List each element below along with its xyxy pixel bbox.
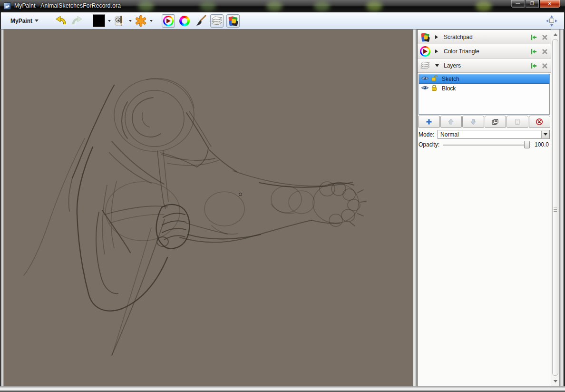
window-frame-right [559,29,565,386]
slider-track [443,145,530,146]
layers-icon [211,15,223,27]
panel-label: Color Triangle [444,48,479,55]
current-color-swatch [93,14,105,27]
mode-label: Mode: [419,131,438,138]
color-ring-icon [179,16,190,26]
opacity-label: Opacity: [419,141,443,148]
brush-settings-button[interactable] [134,14,147,28]
brush-selector-button[interactable] [113,14,127,28]
layer-row-sketch[interactable]: Sketch [419,74,549,84]
redo-button-disabled[interactable] [70,14,84,28]
scratchpad-icon [420,32,430,42]
panel-label: Layers [444,62,461,69]
color-dropdown[interactable] [107,14,112,28]
add-layer-button[interactable] [418,116,440,128]
move-layer-up-button-disabled[interactable] [440,116,462,128]
close-panel-icon[interactable] [541,48,549,56]
layer-actions-toolbar [418,116,550,128]
mode-value: Normal [440,131,459,138]
scroll-down-icon[interactable] [552,378,558,384]
menu-label: MyPaint [10,18,32,24]
color-triangle-toggle[interactable] [162,14,175,28]
undo-icon [55,15,67,27]
panel-header-layers[interactable]: Layers [418,59,551,73]
layers-toggle[interactable] [210,14,224,28]
chevron-down-icon [35,20,39,22]
toolbar-drag-handle[interactable] [546,15,557,27]
scrollbar-thumb[interactable] [552,39,558,376]
color-swatch-button[interactable] [92,14,106,28]
delete-icon [536,118,543,126]
expander-expanded-icon[interactable] [435,64,440,67]
scroll-up-icon[interactable] [552,31,558,38]
snap-out-icon[interactable] [530,48,538,56]
expander-collapsed-icon[interactable] [435,35,440,39]
paintbrush-icon [195,15,207,27]
layer-row-block[interactable]: Block [419,84,549,93]
panel-label: Scratchpad [444,34,473,40]
mypaint-menu-button[interactable]: MyPaint [7,16,42,26]
brush-dropdown[interactable] [128,14,133,28]
mode-select[interactable]: Normal [438,130,550,139]
color-wheel-triangle-icon [163,16,174,26]
layer-name: Block [442,85,456,92]
brush-cursor [239,193,242,196]
page-icon [514,118,521,125]
window-title: MyPaint - AnimalSketchesForRecord.ora [14,2,121,9]
app-icon [4,2,11,10]
snap-out-icon[interactable] [530,62,538,70]
mypaint-window: MyPaint - AnimalSketchesForRecord.ora — … [0,0,565,392]
visibility-eye-icon[interactable] [421,85,429,92]
blend-mode-row: Mode: Normal [419,129,550,139]
scratchpad-toggle[interactable] [226,14,240,28]
arrow-down-icon [470,118,477,125]
chevron-down-icon[interactable] [541,131,549,138]
slider-thumb[interactable] [524,141,530,148]
layer-list: Sketch Block [419,74,550,115]
close-button[interactable]: ✕ [539,0,560,8]
close-panel-icon[interactable] [541,62,549,70]
delete-layer-button[interactable] [529,116,551,128]
layer-name: Sketch [442,76,459,82]
close-panel-icon[interactable] [541,33,549,41]
redo-icon [71,15,83,27]
color-ring-toggle[interactable] [178,14,191,28]
brush-settings-dropdown[interactable] [149,14,154,28]
duplicate-icon [491,118,499,126]
arrow-up-icon [448,118,454,125]
main-toolbar: MyPaint [0,12,565,29]
unlocked-padlock-icon[interactable] [431,75,438,83]
minimize-button[interactable]: — [511,0,525,8]
undo-button[interactable] [54,14,68,28]
visibility-eye-icon[interactable] [421,75,429,83]
dock-scrollbar[interactable] [551,29,559,386]
window-frame-left [0,29,4,386]
canvas-dock-divider[interactable] [413,29,418,386]
titlebar[interactable]: MyPaint - AnimalSketchesForRecord.ora — … [0,0,565,12]
scrollbar-grip [554,207,557,212]
panel-header-scratchpad[interactable]: Scratchpad [418,30,551,44]
opacity-row: Opacity: 100.0 [419,140,550,149]
opacity-slider[interactable] [443,141,530,148]
duplicate-layer-button[interactable] [485,116,507,128]
layers-panel-icon [420,60,430,71]
pencil-brush-icon [114,15,126,27]
snap-out-icon[interactable] [530,33,538,41]
window-frame-bottom [0,386,565,392]
dock-panel: Scratchpad Color Tri [418,29,551,386]
sketch-svg [4,29,413,386]
paintbrush-tool-button[interactable] [194,14,207,28]
expander-collapsed-icon[interactable] [435,49,440,53]
drawing-canvas[interactable] [4,29,413,386]
opacity-value: 100.0 [533,141,549,148]
merge-layer-button-disabled[interactable] [507,116,528,128]
move-layer-down-button-disabled[interactable] [462,116,484,128]
color-triangle-icon [420,46,430,57]
maximize-button[interactable]: ❐ [525,0,539,8]
colored-squares-icon [227,15,239,27]
plus-icon [426,118,432,125]
panel-header-color-triangle[interactable]: Color Triangle [418,44,551,59]
asterisk-icon [135,15,146,27]
locked-padlock-icon[interactable] [431,85,438,93]
